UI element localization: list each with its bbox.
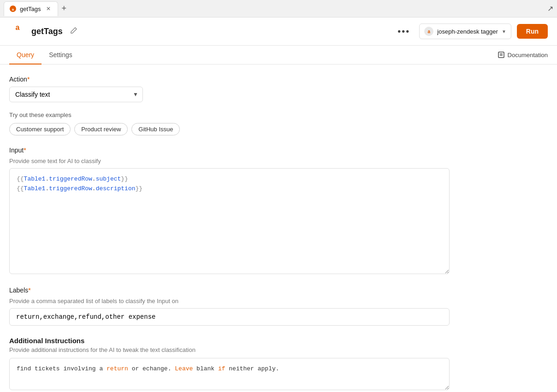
labels-input[interactable] xyxy=(9,308,450,326)
more-options-button[interactable]: ••• xyxy=(394,24,414,39)
tab-settings[interactable]: Settings xyxy=(41,46,80,64)
input-description: Provide some text for AI to classify xyxy=(9,158,452,164)
tab-close-btn[interactable]: ✕ xyxy=(45,5,52,12)
logo-wrap: a xyxy=(9,23,26,40)
action-required: * xyxy=(27,76,30,83)
model-selector[interactable]: a joseph-zendesk tagger ▼ xyxy=(419,23,511,39)
svg-text:a: a xyxy=(16,23,20,31)
input-label: Input* xyxy=(9,146,452,154)
labels-label: Labels* xyxy=(9,287,452,294)
model-name: joseph-zendesk tagger xyxy=(437,28,498,35)
logo-icon: a xyxy=(9,23,26,40)
example-github-issue[interactable]: GitHub Issue xyxy=(131,123,180,135)
edit-title-button[interactable] xyxy=(68,25,79,38)
instructions-code-wrapper: find tickets involving a return or echan… xyxy=(9,358,450,392)
documentation-link[interactable]: Documentation xyxy=(498,51,548,59)
input-required: * xyxy=(24,146,26,154)
browser-ext-icon: ↗ xyxy=(547,4,553,13)
app-title: getTags xyxy=(31,27,63,36)
browser-tab[interactable]: a getTags ✕ xyxy=(4,1,58,16)
tab-favicon: a xyxy=(10,6,16,12)
additional-instructions-section: Additional Instructions Provide addition… xyxy=(9,337,452,392)
action-select-wrapper: Classify text ▼ xyxy=(9,87,143,102)
new-tab-button[interactable]: + xyxy=(59,4,70,13)
tab-title: getTags xyxy=(20,6,41,12)
run-button[interactable]: Run xyxy=(517,24,548,39)
additional-instructions-title: Additional Instructions xyxy=(9,337,452,345)
app-header: a getTags ••• a joseph-zendesk tagger ▼ … xyxy=(0,18,557,46)
action-select[interactable]: Classify text xyxy=(9,87,143,102)
examples-buttons: Customer support Product review GitHub I… xyxy=(9,123,452,135)
additional-instructions-description: Provide additional instructions for the … xyxy=(9,346,452,353)
example-customer-support[interactable]: Customer support xyxy=(9,123,71,135)
svg-rect-5 xyxy=(498,52,504,58)
action-label: Action* xyxy=(9,76,452,83)
labels-description: Provide a comma separated list of labels… xyxy=(9,298,452,304)
browser-bar: a getTags ✕ + ↗ xyxy=(0,0,557,18)
chevron-down-icon: ▼ xyxy=(502,29,506,34)
svg-text:a: a xyxy=(12,7,14,12)
examples-label: Try out these examples xyxy=(9,111,452,118)
example-product-review[interactable]: Product review xyxy=(74,123,128,135)
input-code-wrapper: {{Table1.triggeredRow.subject}} {{Table1… xyxy=(9,168,450,275)
labels-section: Labels* Provide a comma separated list o… xyxy=(9,287,452,326)
input-textarea[interactable] xyxy=(9,168,450,274)
labels-required: * xyxy=(28,287,30,294)
tabs-bar: Query Settings Documentation xyxy=(0,46,557,64)
instructions-textarea[interactable] xyxy=(9,358,450,390)
main-content: Action* Classify text ▼ Try out these ex… xyxy=(0,64,461,392)
model-icon: a xyxy=(424,27,433,36)
docs-label: Documentation xyxy=(508,52,548,59)
tab-query[interactable]: Query xyxy=(9,46,41,64)
